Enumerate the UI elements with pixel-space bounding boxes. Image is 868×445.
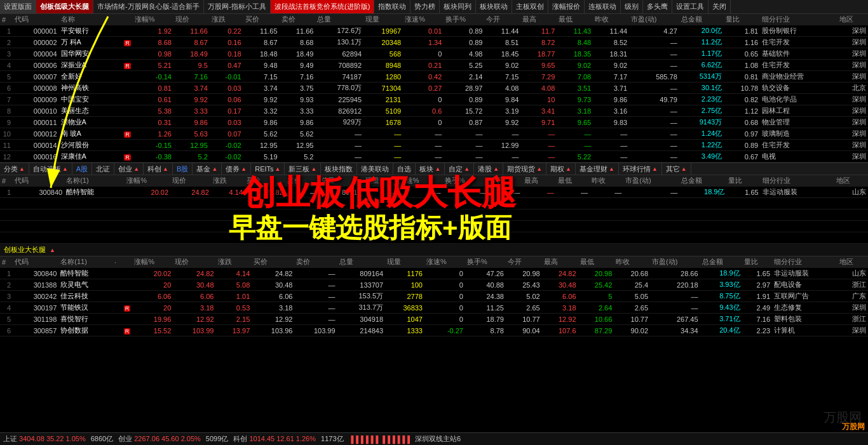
tab-北证[interactable]: 北证 — [92, 163, 114, 175]
tab-B股[interactable]: B股 — [173, 163, 193, 175]
status-科创-vol: 1173亿 — [321, 434, 343, 444]
toolbar-btn-shezhi[interactable]: 设置版面 — [0, 0, 36, 13]
mid-col-code: 代码 — [13, 175, 64, 187]
bt-col-vol: 总量 — [337, 256, 385, 268]
top-table-row-1[interactable]: 1000001平安银行1.9211.660.2211.6511.66172.6万… — [0, 25, 868, 37]
mid-col-low: 最低 — [556, 175, 590, 187]
main-area: # 代码 名称 涨幅% 现价 涨跌 买价 卖价 总量 现量 涨速% 换手% 今开… — [0, 14, 868, 445]
top-toolbar: 设置版面 创板低吸大长腿 市场情绪-万股网良心版-适合新手 万股网-指标小工具 … — [0, 0, 868, 14]
bt-col-delta: 涨跌 — [216, 256, 252, 268]
tab-港美联动[interactable]: 港美联动 — [357, 163, 393, 175]
bottom-table-row-6[interactable]: 6300857协创数据R15.52103.9913.97103.96103.99… — [0, 325, 868, 336]
col-sell: 卖价 — [280, 14, 316, 25]
tab-环球行情[interactable]: 环球行情▲ — [619, 163, 662, 175]
tab-港股[interactable]: 港股▲ — [474, 163, 503, 175]
tab-基金[interactable]: 基金▲ — [193, 163, 222, 175]
tab-板块[interactable]: 板块▲ — [416, 163, 445, 175]
top-table-row-5[interactable]: 5000007全新好-0.147.16-0.017.157.1674187128… — [0, 71, 868, 83]
toolbar-btn-板块联动[interactable]: 板块联动 — [476, 0, 512, 13]
toolbar-btn-级别[interactable]: 级别 — [621, 0, 643, 13]
col-pe: 市盈(动) — [629, 14, 679, 25]
tab-期权[interactable]: 期权▲ — [546, 163, 576, 175]
toolbar-btn-关闭[interactable]: 关闭 — [709, 0, 731, 13]
top-table-row-4[interactable]: 4000006深振业AR5.219.50.479.489.49708892894… — [0, 60, 868, 71]
status-上证: 上证 3404.08 35.22 1.05% — [3, 434, 86, 444]
bt-col-ratio: 量比 — [742, 256, 772, 268]
tab-自选[interactable]: 自选 — [393, 163, 416, 175]
bt-col-region: 地区 — [837, 256, 868, 268]
top-table-row-7[interactable]: 7000009中国宝安0.619.920.069.929.93225945213… — [0, 94, 868, 105]
bt-col-name: 名称(11) — [58, 256, 112, 268]
col-change: 涨幅% — [133, 14, 173, 25]
status-创业: 创业 2267.06 45.60 2.05% — [118, 434, 201, 444]
col-low: 最低 — [557, 14, 593, 25]
top-table-row-8[interactable]: 8000010美丽生态5.383.330.173.323.33826912510… — [0, 105, 868, 117]
tab-创业[interactable]: 创业▲ — [114, 163, 144, 175]
col-cur: 现量 — [363, 14, 403, 25]
top-table-row-10[interactable]: 10000012南 玻AR1.265.630.075.625.62———————… — [0, 128, 868, 140]
top-table-row-6[interactable]: 6000008神州高铁0.813.740.033.743.75778.0万713… — [0, 83, 868, 94]
tab-自定[interactable]: 自定▲ — [445, 163, 474, 175]
bt-col-open: 今开 — [506, 256, 542, 268]
tab-科创[interactable]: 科创▲ — [144, 163, 173, 175]
top-table-row-12[interactable]: 12000016深康佳AR-0.385.2-0.025.195.2——————5… — [0, 151, 868, 163]
bt-col-low: 最低 — [578, 256, 614, 268]
tab-新三板[interactable]: 新三板▲ — [285, 163, 321, 175]
bt-col-industry: 细分行业 — [772, 256, 837, 268]
toolbar-btn-index[interactable]: 指数联动 — [374, 0, 410, 13]
bt-col-pe: 市盈(动) — [650, 256, 700, 268]
bt-col-num: # — [0, 256, 13, 268]
mid-col-ratio: 量比 — [726, 175, 760, 187]
mid-col-sell: 卖价 — [285, 175, 319, 187]
tab-其它[interactable]: 其它▲ — [662, 163, 691, 175]
toolbar-btn-设置工具[interactable]: 设置工具 — [672, 0, 709, 13]
toolbar-btn-market[interactable]: 市场情绪-万股网良心版-适合新手 — [93, 0, 204, 13]
top-table-row-3[interactable]: 3000004国华网安0.9818.490.1818.4818.49628945… — [0, 48, 868, 60]
tab-A股[interactable]: A股 — [72, 163, 92, 175]
bottom-label-bar: 创板业大长腿 ▲ — [0, 244, 868, 256]
mid-col-buy: 买价 — [245, 175, 285, 187]
tab-分类[interactable]: 分类▲ — [0, 163, 29, 175]
tab-期货现货[interactable]: 期货现货▲ — [503, 163, 546, 175]
mid-empty-row-2 — [0, 209, 868, 221]
col-price: 现价 — [173, 14, 210, 25]
top-table-row-9[interactable]: 9000011深物业A0.319.860.039.869.86929万16780… — [0, 117, 868, 128]
top-table-row-11[interactable]: 11000014沙河股份-0.1512.95-0.0212.9512.95———… — [0, 140, 868, 151]
col-name: 名称 — [59, 14, 113, 25]
bottom-table-row-1[interactable]: 1300840酷特智能20.0224.824.1424.82—809164117… — [0, 268, 868, 279]
bottom-table-row-2[interactable]: 2301388欣灵电气2030.485.0830.48—133707100040… — [0, 279, 868, 291]
mid-table-row-1[interactable]: 1 300840 酷特智能 20.02 24.82 4.14 24.82 — 8… — [0, 187, 868, 198]
col-speed: 涨速% — [403, 14, 444, 25]
tab-REITs[interactable]: REITs▲ — [251, 163, 285, 175]
toolbar-btn-主板双创[interactable]: 主板双创 — [512, 0, 548, 13]
toolbar-btn-涨幅报价[interactable]: 涨幅报价 — [548, 0, 585, 13]
toolbar-btn-板块同列[interactable]: 板块同列 — [440, 0, 476, 13]
col-code: 代码 — [13, 14, 59, 25]
status-signal: ▐▐▐▐▐▐ ▐▐▐▐▐▐ — [349, 435, 410, 443]
toolbar-btn-tools[interactable]: 万股网-指标小工具 — [204, 0, 271, 13]
mid-col-name: 名称(1) — [64, 175, 125, 187]
tab-自动选板[interactable]: 自动选板▲ — [29, 163, 72, 175]
bt-col-buy: 买价 — [252, 256, 294, 268]
mid-col-speed: 涨速% — [397, 175, 443, 187]
bottom-table-row-4[interactable]: 4300197节能铁汉R203.180.533.18—313.7万3683301… — [0, 302, 868, 314]
col-buy: 买价 — [243, 14, 280, 25]
toolbar-btn-chuangban[interactable]: 创板低吸大长腿 — [36, 0, 93, 13]
toolbar-btn-势力榜[interactable]: 势力榜 — [410, 0, 440, 13]
bottom-table-row-5[interactable]: 5301198喜悦智行19.9612.922.1512.92—304918104… — [0, 314, 868, 325]
col-num: # — [0, 14, 13, 25]
toolbar-btn-连板联动[interactable]: 连板联动 — [585, 0, 621, 13]
status-bar: 上证 3404.08 35.22 1.05% 6860亿 创业 2267.06 … — [0, 432, 868, 445]
bottom-table-row-3[interactable]: 3300242佳云科技6.066.061.016.06—153.5万277802… — [0, 291, 868, 302]
mid-col-price: 现价 — [170, 175, 211, 187]
tab-基金理财[interactable]: 基金理财▲ — [576, 163, 619, 175]
toolbar-btn-多头鹰[interactable]: 多头鹰 — [643, 0, 672, 13]
tab-板块指数[interactable]: 板块指数 — [321, 163, 357, 175]
col-prev: 昨收 — [593, 14, 629, 25]
top-table-row-2[interactable]: 2000002万 科AR8.688.670.168.678.68130.1万20… — [0, 37, 868, 48]
tab-债券[interactable]: 债券▲ — [222, 163, 251, 175]
mid-col-pe: 市盈(动) — [623, 175, 679, 187]
bt-col-dot: · — [112, 256, 132, 268]
toolbar-btn-wave[interactable]: 波段战法首板竞价系统(进阶版) — [271, 0, 374, 13]
bt-col-sell: 卖价 — [294, 256, 337, 268]
